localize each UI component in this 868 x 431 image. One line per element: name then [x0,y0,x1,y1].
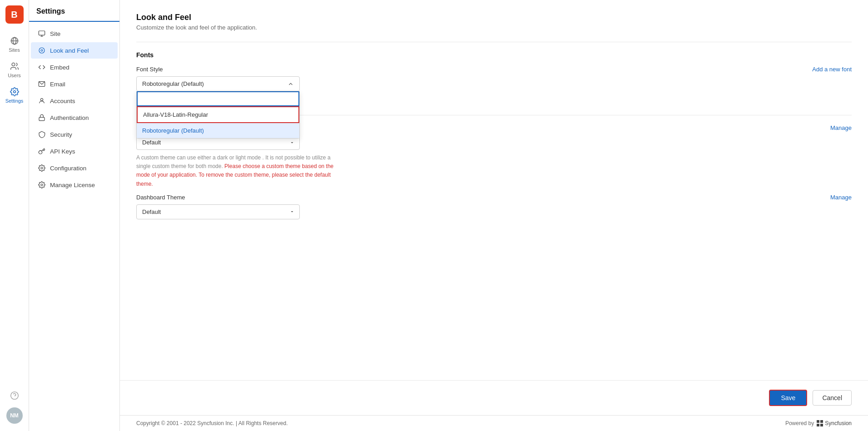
font-style-dropdown[interactable]: Robotoregular (Default) Allura-V18-Latin… [136,76,300,91]
font-search-input[interactable] [137,91,299,106]
custom-theme-manage-link[interactable]: Manage [830,124,852,131]
font-style-field: Font Style Add a new font Robotoregular … [136,66,852,91]
users-label: Users [8,73,21,78]
avatar-initials: NM [10,412,19,419]
authentication-icon [38,114,45,121]
save-button[interactable]: Save [769,390,807,406]
copyright-text: Copyright © 2001 - 2022 Syncfusion Inc. … [136,420,288,426]
sidebar-item-security-label: Security [50,131,72,138]
svg-rect-12 [39,117,45,120]
chevron-up-icon [288,81,294,87]
settings-label: Settings [5,98,24,104]
sidebar-item-site-label: Site [50,30,60,37]
svg-point-11 [40,99,43,101]
syncfusion-brand: Syncfusion [825,420,852,426]
font-option-roboto-label: Robotoregular (Default) [142,127,204,134]
app-logo: B [5,5,24,24]
svg-point-14 [41,184,43,186]
syncfusion-logo: Syncfusion [817,420,852,426]
bottom-bar: Copyright © 2001 - 2022 Syncfusion Inc. … [120,415,868,431]
main-footer: Save Cancel [120,380,868,415]
syncfusion-grid-icon [817,420,823,426]
svg-point-8 [39,48,45,53]
svg-point-3 [10,392,18,400]
main-content: Look and Feel Customize the look and fee… [120,0,868,431]
accounts-icon [38,97,45,104]
sidebar-item-configuration-label: Configuration [50,165,86,172]
logo-letter: B [11,10,17,20]
icon-bar: B Sites Users Settings NM [0,0,29,431]
settings-icon [10,87,19,96]
sidebar-item-look-and-feel[interactable]: Look and Feel [31,42,118,59]
icon-bar-bottom: NM [6,391,23,431]
custom-theme-description: A custom theme can use either a dark or … [136,154,345,188]
sidebar-item-authentication[interactable]: Authentication [31,109,118,126]
font-style-dropdown-panel: Allura-V18-Latin-Regular Robotoregular (… [136,91,300,139]
manage-license-icon [38,181,45,188]
sidebar-item-authentication-label: Authentication [50,114,89,121]
font-style-label: Font Style [136,66,163,73]
sidebar-item-manage-license-label: Manage License [50,182,95,188]
sites-icon [10,36,19,45]
users-icon [10,62,19,71]
sidebar: Settings Site Look and Feel Embed Email … [29,0,120,431]
font-option-roboto[interactable]: Robotoregular (Default) [137,123,299,138]
sidebar-item-accounts-label: Accounts [50,98,75,104]
font-style-label-row: Font Style Add a new font [136,66,852,73]
nav-users[interactable]: Users [2,58,27,82]
dashboard-theme-select[interactable]: Default [136,204,300,219]
font-style-selected-value: Robotoregular (Default) [142,80,204,87]
font-option-allura[interactable]: Allura-V18-Latin-Regular [137,106,299,123]
page-title: Look and Feel [136,13,852,22]
font-style-dropdown-trigger[interactable]: Robotoregular (Default) [136,76,300,91]
fonts-section-label: Fonts [136,51,852,59]
sidebar-item-email-label: Email [50,81,65,88]
sidebar-item-api-keys[interactable]: API Keys [31,143,118,159]
sidebar-item-accounts[interactable]: Accounts [31,93,118,109]
configuration-icon [38,164,45,172]
nav-settings[interactable]: Settings [2,84,27,107]
dashboard-theme-manage-link[interactable]: Manage [830,194,852,201]
look-feel-icon [38,47,45,54]
sidebar-item-manage-license[interactable]: Manage License [31,177,118,193]
powered-by-label: Powered by [785,420,814,426]
security-icon [38,131,45,138]
api-keys-icon [38,148,45,155]
email-icon [38,80,45,88]
embed-icon [38,64,45,71]
sidebar-item-site[interactable]: Site [31,25,118,42]
add-new-font-link[interactable]: Add a new font [812,66,852,73]
cancel-button[interactable]: Cancel [813,390,852,406]
svg-point-2 [13,91,15,93]
sidebar-item-embed-label: Embed [50,64,69,71]
svg-rect-5 [39,31,45,35]
sidebar-title: Settings [29,7,119,22]
dashboard-theme-row: Dashboard Theme Manage Default [136,194,852,219]
sidebar-item-security[interactable]: Security [31,126,118,143]
font-option-allura-label: Allura-V18-Latin-Regular [143,111,208,118]
dashboard-theme-label-row: Dashboard Theme Manage [136,194,852,201]
sites-label: Sites [9,47,20,53]
section-divider-top [136,42,852,42]
svg-point-9 [41,50,43,51]
help-icon[interactable] [10,391,20,402]
sidebar-item-embed[interactable]: Embed [31,59,118,75]
user-avatar[interactable]: NM [6,407,23,424]
sidebar-item-api-keys-label: API Keys [50,148,75,155]
sidebar-item-configuration[interactable]: Configuration [31,160,118,176]
svg-point-1 [12,63,15,66]
nav-sites[interactable]: Sites [2,33,27,56]
site-icon [38,30,45,37]
sidebar-item-look-feel-label: Look and Feel [50,47,89,54]
main-inner: Look and Feel Customize the look and fee… [120,0,868,380]
page-subtitle: Customize the look and feel of the appli… [136,24,852,31]
dashboard-theme-label: Dashboard Theme [136,194,185,201]
sidebar-item-email[interactable]: Email [31,76,118,92]
powered-by: Powered by Syncfusion [785,420,852,426]
svg-point-13 [41,167,43,169]
